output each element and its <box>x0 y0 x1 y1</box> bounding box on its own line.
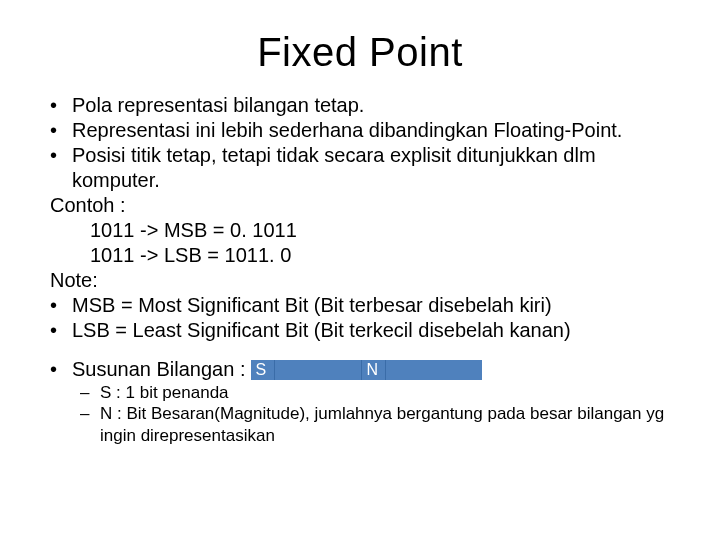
structure-row: • Susunan Bilangan : S N <box>50 357 680 382</box>
sub-item: – N : Bit Besaran(Magnitude), jumlahnya … <box>80 403 680 446</box>
box-gap <box>386 360 482 380</box>
bit-layout-diagram: S N <box>251 360 482 380</box>
slide: Fixed Point • Pola representasi bilangan… <box>0 0 720 540</box>
bullet-text: LSB = Least Significant Bit (Bit terkeci… <box>72 318 571 343</box>
dash-icon: – <box>80 382 100 403</box>
box-s: S <box>251 360 275 380</box>
sub-text: N : Bit Besaran(Magnitude), jumlahnya be… <box>100 403 680 446</box>
example-line: 1011 -> LSB = 1011. 0 <box>90 243 680 268</box>
bullet-dot-icon: • <box>50 357 72 382</box>
bullet-item: • Representasi ini lebih sederhana diban… <box>50 118 680 143</box>
bullet-text: MSB = Most Significant Bit (Bit terbesar… <box>72 293 552 318</box>
bullet-dot-icon: • <box>50 318 72 343</box>
bullet-item: • Pola representasi bilangan tetap. <box>50 93 680 118</box>
bullet-item: • MSB = Most Significant Bit (Bit terbes… <box>50 293 680 318</box>
sub-item: – S : 1 bit penanda <box>80 382 680 403</box>
sub-list: – S : 1 bit penanda – N : Bit Besaran(Ma… <box>80 382 680 446</box>
sub-text: S : 1 bit penanda <box>100 382 229 403</box>
box-gap <box>275 360 362 380</box>
structure-label: Susunan Bilangan : <box>72 357 245 382</box>
label-contoh: Contoh : <box>50 193 680 218</box>
bullet-item: • LSB = Least Significant Bit (Bit terke… <box>50 318 680 343</box>
bullet-dot-icon: • <box>50 143 72 193</box>
bullet-text: Pola representasi bilangan tetap. <box>72 93 364 118</box>
bullet-text: Posisi titik tetap, tetapi tidak secara … <box>72 143 680 193</box>
slide-body: • Pola representasi bilangan tetap. • Re… <box>40 93 680 446</box>
bullet-dot-icon: • <box>50 93 72 118</box>
dash-icon: – <box>80 403 100 446</box>
example-line: 1011 -> MSB = 0. 1011 <box>90 218 680 243</box>
box-n: N <box>362 360 386 380</box>
bullet-text: Representasi ini lebih sederhana dibandi… <box>72 118 622 143</box>
bullet-dot-icon: • <box>50 118 72 143</box>
slide-title: Fixed Point <box>40 30 680 75</box>
bullet-item: • Posisi titik tetap, tetapi tidak secar… <box>50 143 680 193</box>
label-note: Note: <box>50 268 680 293</box>
bullet-dot-icon: • <box>50 293 72 318</box>
